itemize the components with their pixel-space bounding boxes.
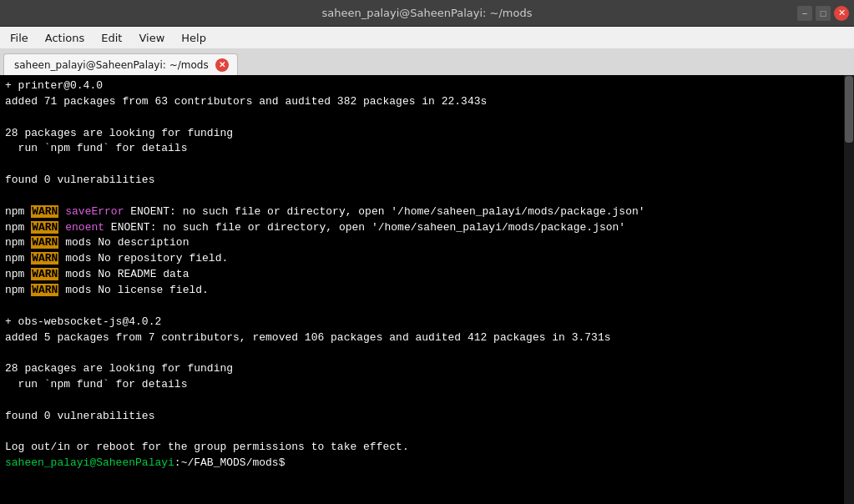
line-11: added 5 packages from 7 contributors, re… (5, 330, 849, 346)
menu-view[interactable]: View (132, 30, 171, 46)
line-5: run `npm fund` for details (5, 141, 849, 157)
line-13: 28 packages are looking for funding (5, 361, 849, 377)
close-button[interactable]: ✕ (834, 6, 849, 21)
titlebar-controls: − □ ✕ (797, 6, 849, 21)
menu-help[interactable]: Help (174, 30, 213, 46)
menu-edit[interactable]: Edit (94, 30, 129, 46)
line-14: run `npm fund` for details (5, 377, 849, 393)
maximize-button[interactable]: □ (816, 6, 831, 21)
line-10: + obs-websocket-js@4.0.2 (5, 315, 849, 330)
line-15 (5, 393, 849, 409)
menubar: File Actions Edit View Help (0, 27, 854, 48)
line-warn-6: npm WARN mods No license field. (5, 283, 849, 299)
line-2: added 71 packages from 63 contributors a… (5, 94, 849, 110)
tab-label: saheen_palayi@SaheenPalayi: ~/mods (14, 59, 209, 71)
line-7: found 0 vulnerabilities (5, 173, 849, 189)
line-1: + printer@0.4.0 (5, 78, 849, 94)
line-3 (5, 110, 849, 126)
line-warn-2: npm WARN enoent ENOENT: no such file or … (5, 220, 849, 236)
prompt-line: saheen_palayi@SaheenPalayi:~/FAB_MODS/mo… (5, 456, 849, 471)
scrollbar-thumb[interactable] (845, 76, 853, 143)
line-8 (5, 189, 849, 204)
menu-actions[interactable]: Actions (38, 30, 92, 46)
line-6 (5, 157, 849, 173)
line-17 (5, 425, 849, 441)
terminal-output: + printer@0.4.0 added 71 packages from 6… (5, 78, 849, 471)
minimize-button[interactable]: − (797, 6, 812, 21)
line-warn-3: npm WARN mods No description (5, 235, 849, 251)
tabbar: saheen_palayi@SaheenPalayi: ~/mods ✕ (0, 48, 854, 75)
line-12 (5, 345, 849, 361)
menu-file[interactable]: File (3, 30, 35, 46)
terminal-area[interactable]: + printer@0.4.0 added 71 packages from 6… (0, 75, 854, 504)
line-18: Log out/in or reboot for the group permi… (5, 440, 849, 456)
line-4: 28 packages are looking for funding (5, 126, 849, 142)
line-warn-1: npm WARN saveError ENOENT: no such file … (5, 204, 849, 220)
line-warn-4: npm WARN mods No repository field. (5, 251, 849, 267)
terminal-tab[interactable]: saheen_palayi@SaheenPalayi: ~/mods ✕ (3, 53, 238, 75)
tab-close-button[interactable]: ✕ (215, 58, 229, 72)
line-9 (5, 299, 849, 315)
titlebar-title: saheen_palayi@SaheenPalayi: ~/mods (321, 7, 532, 19)
line-16: found 0 vulnerabilities (5, 409, 849, 425)
titlebar: saheen_palayi@SaheenPalayi: ~/mods − □ ✕ (0, 0, 854, 27)
scrollbar[interactable] (844, 75, 854, 504)
line-warn-5: npm WARN mods No README data (5, 267, 849, 283)
